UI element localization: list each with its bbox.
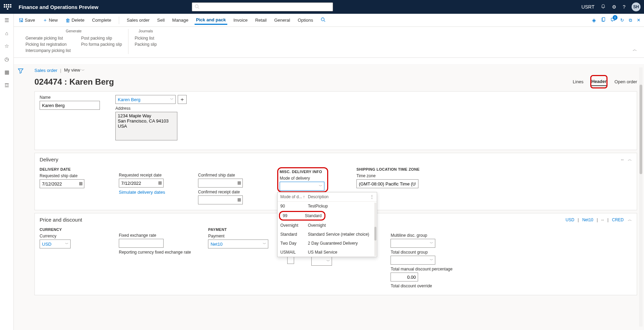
favorite-icon[interactable]: ☆ [4, 43, 9, 49]
user-label[interactable]: USRT [581, 4, 594, 10]
link-post-packing-slip[interactable]: Post packing slip [81, 36, 122, 41]
app-launcher-icon[interactable] [3, 3, 12, 11]
recent-icon[interactable]: ◷ [4, 56, 9, 58]
refresh-icon[interactable]: ↻ [620, 18, 624, 23]
tab-pick-and-pack[interactable]: Pick and pack [195, 16, 227, 25]
link-picking-list[interactable]: Picking list [135, 36, 157, 41]
link-intercompany-picking-list[interactable]: Intercompany picking list [25, 48, 71, 53]
link-packing-slip[interactable]: Packing slip [135, 42, 157, 47]
help-icon[interactable]: ? [623, 4, 625, 10]
tab-sales-order[interactable]: Sales order [125, 16, 151, 24]
svg-line-1 [198, 8, 199, 9]
plus-icon: ＋ [43, 17, 48, 23]
diamond-icon[interactable]: ◈ [592, 17, 596, 23]
find-button[interactable] [319, 16, 327, 24]
app-title: Finance and Operations Preview [19, 4, 98, 10]
attach-icon[interactable] [601, 17, 606, 23]
tab-invoice[interactable]: Invoice [232, 16, 249, 24]
tab-options[interactable]: Options [296, 16, 314, 24]
notifications-icon[interactable] [601, 4, 606, 10]
chevron-up-icon[interactable]: ︿ [631, 45, 638, 54]
tab-general[interactable]: General [273, 16, 291, 24]
home-icon[interactable]: ⌂ [5, 30, 8, 36]
svg-rect-5 [602, 18, 605, 21]
tab-retail[interactable]: Retail [254, 16, 268, 24]
close-icon[interactable]: ✕ [637, 18, 641, 23]
save-icon: 🖫 [19, 18, 23, 23]
delete-button[interactable]: 🗑 Delete [64, 16, 86, 24]
save-button[interactable]: 🖫 Save [17, 16, 37, 24]
action-bar: 🖫 Save ＋ New 🗑 Delete Complete Sales ord… [14, 14, 644, 27]
messages-icon[interactable]: 0 [611, 17, 615, 23]
search-icon [321, 17, 325, 23]
search-input[interactable] [192, 2, 333, 11]
tab-sell[interactable]: Sell [156, 16, 166, 24]
link-pro-forma-packing-slip[interactable]: Pro forma packing slip [81, 42, 122, 47]
avatar[interactable]: SH [632, 2, 641, 11]
svg-point-0 [195, 5, 198, 8]
trash-icon: 🗑 [65, 18, 70, 23]
ribbon-group-journals: Journals [135, 29, 157, 33]
svg-point-2 [321, 18, 324, 21]
messages-badge: 0 [613, 15, 617, 20]
svg-line-3 [324, 21, 325, 22]
search-icon [195, 4, 199, 10]
link-picking-list-registration[interactable]: Picking list registration [25, 42, 71, 47]
hamburger-icon[interactable]: ☰ [4, 17, 9, 23]
ribbon-group-generate: Generate [25, 29, 122, 33]
new-button[interactable]: ＋ New [41, 16, 59, 25]
complete-button[interactable]: Complete [91, 16, 113, 24]
tab-manage[interactable]: Manage [171, 16, 190, 24]
gear-icon[interactable]: ⚙ [612, 4, 616, 10]
popout-icon[interactable]: ⧉ [629, 18, 632, 23]
link-generate-picking-list[interactable]: Generate picking list [25, 36, 71, 41]
